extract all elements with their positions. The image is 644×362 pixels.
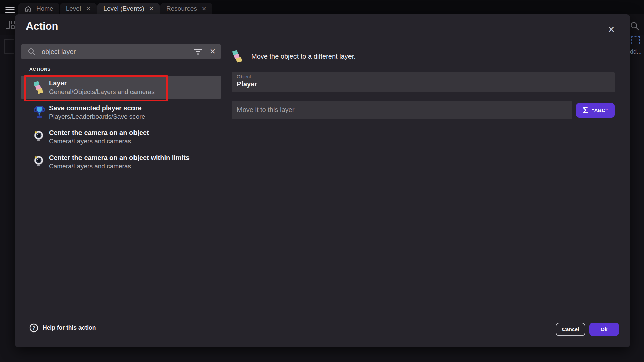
action-item-title: Layer: [49, 79, 155, 87]
layer-input[interactable]: [232, 106, 572, 114]
camera-icon: [34, 130, 45, 143]
action-item-texts: LayerGeneral/Objects/Layers and cameras: [49, 79, 155, 96]
object-field[interactable]: Object Player: [232, 72, 615, 92]
background-object-frame: [4, 39, 14, 54]
layer-field: [232, 101, 572, 119]
tab-list: HomeLevel✕Level (Events)✕Resources✕: [18, 3, 213, 14]
dialog-title: Action: [26, 20, 58, 33]
tab-label: Level (Events): [103, 5, 144, 12]
tab-level-events[interactable]: Level (Events)✕: [97, 3, 160, 14]
close-icon[interactable]: ✕: [607, 25, 616, 34]
cancel-button[interactable]: Cancel: [556, 323, 585, 336]
panels-icon[interactable]: [6, 21, 15, 29]
filter-icon[interactable]: [194, 48, 202, 55]
tab-label: Level: [66, 5, 81, 12]
action-description: Move the object to a different layer.: [251, 53, 356, 60]
search-icon[interactable]: [630, 21, 639, 31]
tab-close-icon[interactable]: ✕: [86, 6, 91, 12]
action-description-row: Move the object to a different layer.: [232, 50, 356, 62]
action-item-texts: Center the camera on an object within li…: [49, 153, 190, 170]
action-item-subtitle: Camera/Layers and cameras: [49, 137, 149, 145]
action-item-save-connected-player-score[interactable]: Save connected player scorePlayers/Leade…: [21, 102, 221, 122]
action-search-bar: ✕: [21, 44, 221, 59]
tab-bar: HomeLevel✕Level (Events)✕Resources✕: [0, 0, 644, 14]
action-item-center-the-camera-on-an-object-within-limits[interactable]: Center the camera on an object within li…: [21, 152, 221, 171]
tab-label: Resources: [166, 5, 197, 12]
trophy-icon: [34, 105, 45, 119]
action-item-subtitle: Players/Leaderboards/Save score: [49, 112, 145, 121]
actions-section-header: ACTIONS: [29, 67, 51, 72]
ok-button[interactable]: Ok: [589, 323, 619, 336]
action-dialog: Action ✕ ✕ ACTIONS LayerGeneral/Objects/…: [15, 14, 630, 347]
object-field-label: Object: [237, 74, 610, 79]
sigma-icon: Σ: [583, 106, 588, 115]
tab-resources[interactable]: Resources✕: [160, 3, 212, 14]
camera-icon: [34, 155, 45, 168]
hamburger-menu-icon[interactable]: [5, 7, 15, 13]
panel-divider: [223, 77, 223, 310]
action-item-title: Save connected player score: [49, 104, 145, 112]
action-item-title: Center the camera on an object within li…: [49, 153, 190, 162]
svg-text:?: ?: [32, 325, 35, 331]
help-label: Help for this action: [43, 324, 96, 331]
actions-list: LayerGeneral/Objects/Layers and camerasS…: [21, 77, 221, 177]
search-icon: [28, 48, 36, 56]
action-item-texts: Save connected player scorePlayers/Leade…: [49, 104, 145, 121]
layer-icon: [34, 81, 45, 94]
selection-dashed-box: [631, 36, 640, 44]
search-input[interactable]: [42, 48, 194, 56]
tab-close-icon[interactable]: ✕: [149, 6, 154, 12]
background-add-text: dd...: [630, 48, 642, 55]
action-item-subtitle: Camera/Layers and cameras: [49, 162, 190, 170]
tab-close-icon[interactable]: ✕: [202, 6, 206, 12]
action-item-texts: Center the camera on an objectCamera/Lay…: [49, 128, 149, 145]
tab-level[interactable]: Level✕: [60, 3, 97, 14]
help-link[interactable]: ? Help for this action: [29, 323, 96, 333]
tab-home[interactable]: Home: [18, 3, 59, 14]
action-item-center-the-camera-on-an-object[interactable]: Center the camera on an objectCamera/Lay…: [21, 127, 221, 146]
action-item-subtitle: General/Objects/Layers and cameras: [49, 87, 155, 96]
clear-search-icon[interactable]: ✕: [209, 48, 216, 55]
action-item-layer[interactable]: LayerGeneral/Objects/Layers and cameras: [21, 76, 221, 99]
expression-button-label: "ABC": [592, 107, 608, 113]
question-icon: ?: [29, 323, 38, 333]
layer-icon: [232, 50, 243, 62]
expression-editor-button[interactable]: Σ "ABC": [576, 103, 615, 118]
home-icon: [24, 5, 32, 12]
tab-label: Home: [36, 5, 53, 12]
action-item-title: Center the camera on an object: [49, 128, 149, 137]
object-field-value: Player: [237, 80, 610, 88]
